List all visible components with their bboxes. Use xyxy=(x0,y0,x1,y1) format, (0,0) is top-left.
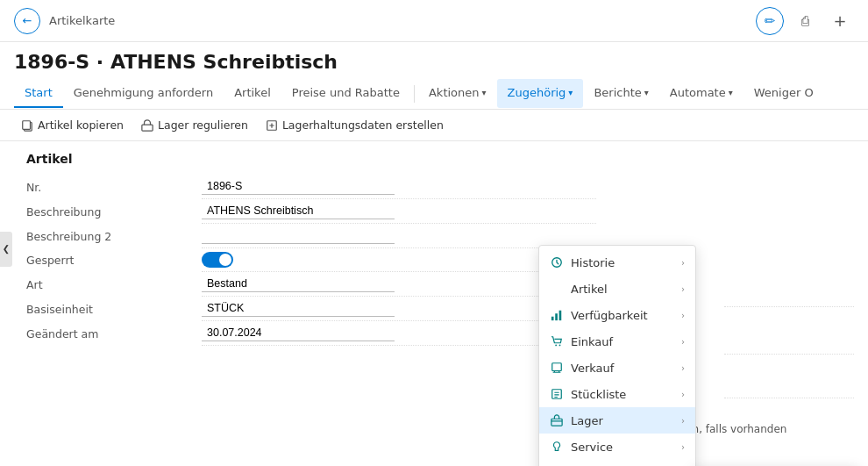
collapse-button[interactable]: ❮ xyxy=(0,232,12,267)
tab-aktionen[interactable]: Aktionen ▾ xyxy=(418,79,497,108)
menu-item-verfuegbarkeit[interactable]: Verfügbarkeit › xyxy=(539,302,695,328)
tab-berichte[interactable]: Berichte ▾ xyxy=(583,79,658,108)
form-grid: Nr. Beschreibung Beschreibung 2 Gesperrt xyxy=(26,175,596,346)
toggle-thumb xyxy=(219,254,231,266)
tab-artikel[interactable]: Artikel xyxy=(224,79,281,108)
menu-label-verkauf: Verkauf xyxy=(571,362,614,375)
edit-icon: ✏ xyxy=(765,13,776,29)
page-title-area: 1896-S · ATHENS Schreibtisch xyxy=(0,42,868,78)
svg-point-9 xyxy=(559,345,561,347)
chevron-right-icon-8: › xyxy=(681,442,685,452)
right-value-1 xyxy=(724,288,854,307)
menu-label-lager: Lager xyxy=(571,414,603,427)
field-input-basiseinheit[interactable] xyxy=(202,300,395,317)
item-left-einkauf: Einkauf xyxy=(550,334,613,348)
item-left-artikel: Artikel xyxy=(550,282,608,296)
right-value-3 xyxy=(724,379,854,398)
breadcrumb: Artikelkarte xyxy=(49,14,115,27)
tab-preise[interactable]: Preise und Rabatte xyxy=(281,79,410,108)
svg-rect-12 xyxy=(551,419,562,426)
edit-button[interactable]: ✏ xyxy=(756,7,784,35)
copy-icon xyxy=(21,119,33,132)
field-value-geaendert xyxy=(202,321,596,346)
item-left-verkauf: Verkauf xyxy=(550,361,614,375)
field-value-art xyxy=(202,272,596,297)
field-value-basiseinheit xyxy=(202,297,596,321)
lager-regulieren-button[interactable]: Lager regulieren xyxy=(134,115,255,135)
main-content: ❮ Artikel Nr. Beschreibung Beschreibung … xyxy=(0,141,868,356)
add-button[interactable]: + xyxy=(826,7,854,35)
share-button[interactable]: ⎙ xyxy=(791,7,819,35)
add-icon: + xyxy=(833,11,846,30)
chevron-down-icon-2: ▾ xyxy=(568,88,573,97)
svg-rect-7 xyxy=(559,311,562,320)
svg-rect-10 xyxy=(552,363,562,371)
chevron-down-icon-4: ▾ xyxy=(729,88,733,97)
field-value-nr xyxy=(202,175,596,199)
field-input-geaendert[interactable] xyxy=(202,325,395,341)
menu-label-stueckliste: Stückliste xyxy=(571,388,626,401)
verkauf-icon xyxy=(550,361,564,375)
gesperrt-toggle[interactable] xyxy=(202,252,233,268)
stueckliste-icon xyxy=(550,387,564,401)
lagerhaltung-erstellen-button[interactable]: Lagerhaltungsdaten erstellen xyxy=(259,115,451,135)
menu-item-ressourcen[interactable]: Ressourcen › xyxy=(539,460,695,466)
menu-item-artikel[interactable]: Artikel › xyxy=(539,276,695,302)
menu-item-service[interactable]: Service › xyxy=(539,434,695,460)
menu-item-einkauf[interactable]: Einkauf › xyxy=(539,328,695,355)
field-input-beschreibung2[interactable] xyxy=(202,227,395,244)
field-label-nr: Nr. xyxy=(26,176,202,198)
item-left-historie: Historie xyxy=(550,255,615,269)
item-left-service: Service xyxy=(550,440,613,454)
tab-zugehoerig[interactable]: Zugehörig ▾ xyxy=(497,79,584,108)
chevron-down-icon: ▾ xyxy=(482,88,487,97)
svg-rect-5 xyxy=(551,317,554,320)
chevron-right-icon-4: › xyxy=(681,337,685,347)
tab-weniger[interactable]: Weniger O xyxy=(743,79,824,108)
chevron-right-icon-7: › xyxy=(681,416,685,426)
menu-label-artikel: Artikel xyxy=(571,283,608,296)
nav-divider xyxy=(414,85,415,103)
section-title: Artikel xyxy=(26,152,854,166)
field-input-art[interactable] xyxy=(202,276,395,292)
tab-automate[interactable]: Automate ▾ xyxy=(659,79,743,108)
back-button[interactable]: ← xyxy=(14,8,40,34)
top-bar: ← Artikelkarte ✏ ⎙ + xyxy=(0,0,868,42)
lagerhaltung-icon xyxy=(266,119,278,132)
menu-label-verfuegbarkeit: Verfügbarkeit xyxy=(571,309,648,322)
chevron-right-icon-2: › xyxy=(681,284,685,294)
item-left-lager: Lager xyxy=(550,413,603,427)
menu-item-verkauf[interactable]: Verkauf › xyxy=(539,355,695,381)
field-value-beschreibung xyxy=(202,199,596,224)
field-label-gesperrt: Gesperrt xyxy=(26,249,202,271)
menu-item-stueckliste[interactable]: Stückliste › xyxy=(539,381,695,407)
share-icon: ⎙ xyxy=(801,13,809,29)
top-actions: ✏ ⎙ + xyxy=(756,7,854,35)
svg-rect-6 xyxy=(555,313,558,320)
right-value-2 xyxy=(724,335,854,355)
chevron-right-icon-5: › xyxy=(681,363,685,373)
field-input-nr[interactable] xyxy=(202,178,395,195)
field-input-beschreibung[interactable] xyxy=(202,203,395,219)
copy-artikel-button[interactable]: Artikel kopieren xyxy=(14,115,131,135)
tab-genehmigung[interactable]: Genehmigung anfordern xyxy=(63,79,224,108)
copy-artikel-label: Artikel kopieren xyxy=(38,118,124,132)
field-label-beschreibung: Beschreibung xyxy=(26,201,202,223)
artikel-icon xyxy=(550,282,564,296)
menu-item-lager[interactable]: Lager › xyxy=(539,407,695,434)
menu-label-service: Service xyxy=(571,441,613,454)
menu-item-historie[interactable]: Historie › xyxy=(539,249,695,276)
toolbar: Artikel kopieren Lager regulieren Lagerh… xyxy=(0,110,868,141)
menu-label-historie: Historie xyxy=(571,256,615,269)
svg-rect-2 xyxy=(142,125,153,131)
verfuegbarkeit-icon xyxy=(550,308,564,322)
field-label-beschreibung2: Beschreibung 2 xyxy=(26,226,202,247)
field-label-art: Art xyxy=(26,274,202,296)
menu-label-einkauf: Einkauf xyxy=(571,335,613,348)
chevron-right-icon-6: › xyxy=(681,390,685,399)
tab-berichte-label: Berichte xyxy=(594,86,641,99)
tab-start[interactable]: Start xyxy=(14,79,63,108)
item-left-verfuegbarkeit: Verfügbarkeit xyxy=(550,308,648,322)
service-icon xyxy=(550,440,564,454)
back-icon: ← xyxy=(23,14,32,27)
